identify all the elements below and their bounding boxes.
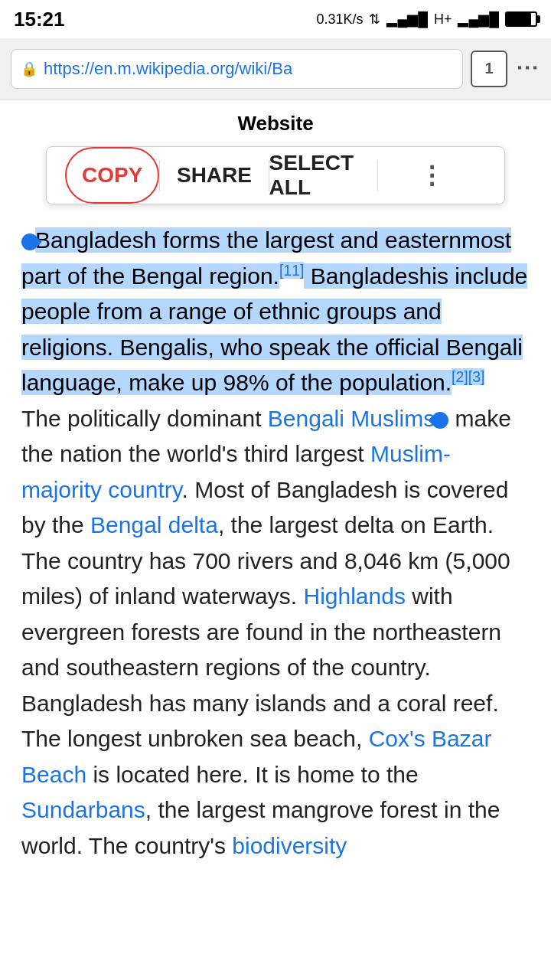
website-label-bar: Website xyxy=(0,100,551,143)
text-part3: The politically dominant xyxy=(21,406,268,431)
network-speed: 0.31K/s xyxy=(316,11,363,28)
status-icons: 0.31K/s ⇅ ▂▄▆█ H+ ▂▄▆█ xyxy=(316,11,537,28)
browser-chrome: 🔒 https://en.m.wikipedia.org/wiki/Ba 1 ⋮ xyxy=(0,38,551,100)
reference-23[interactable]: [2][3] xyxy=(452,368,484,385)
lock-icon: 🔒 xyxy=(21,60,37,77)
url-text: https://en.m.wikipedia.org/wiki/Ba xyxy=(44,59,292,79)
coxs-bazar-link[interactable]: Cox's Bazar Beach xyxy=(21,726,491,787)
article-paragraph: Bangladesh forms the largest and eastern… xyxy=(21,223,530,864)
website-label: Website xyxy=(237,112,313,135)
share-button[interactable]: SHARE xyxy=(160,147,268,204)
data-arrows-icon: ⇅ xyxy=(369,11,380,28)
biodiversity-link[interactable]: biodiversity xyxy=(232,833,347,858)
status-time: 15:21 xyxy=(14,8,65,31)
article-content: Bangladesh forms the largest and eastern… xyxy=(0,207,551,879)
battery-icon xyxy=(505,11,537,27)
text-selection-toolbar: COPY SHARE SELECT ALL ⋮ xyxy=(46,146,505,204)
tab-count-button[interactable]: 1 xyxy=(471,51,507,87)
sundarbans-link[interactable]: Sundarbans xyxy=(21,797,145,822)
copy-button[interactable]: COPY xyxy=(65,147,159,204)
select-all-button[interactable]: SELECT ALL xyxy=(269,147,377,204)
status-bar: 15:21 0.31K/s ⇅ ▂▄▆█ H+ ▂▄▆█ xyxy=(0,0,551,38)
signal-bars2-icon: ▂▄▆█ xyxy=(458,11,499,28)
bengali-muslims-link[interactable]: Bengali Muslims xyxy=(268,406,435,431)
reference-11[interactable]: [11] xyxy=(279,262,305,279)
muslim-majority-country-link[interactable]: Muslim-majority country xyxy=(21,441,451,502)
more-options-button[interactable]: ⋮ xyxy=(515,57,540,80)
bengal-delta-link[interactable]: Bengal delta xyxy=(90,512,218,537)
url-bar[interactable]: 🔒 https://en.m.wikipedia.org/wiki/Ba xyxy=(11,49,463,89)
signal-bars-icon: ▂▄▆█ xyxy=(386,11,428,28)
tab-count-label: 1 xyxy=(484,60,493,77)
highlands-link[interactable]: Highlands xyxy=(303,583,405,609)
network-type: H+ xyxy=(434,11,452,28)
more-menu-button[interactable]: ⋮ xyxy=(378,147,486,204)
